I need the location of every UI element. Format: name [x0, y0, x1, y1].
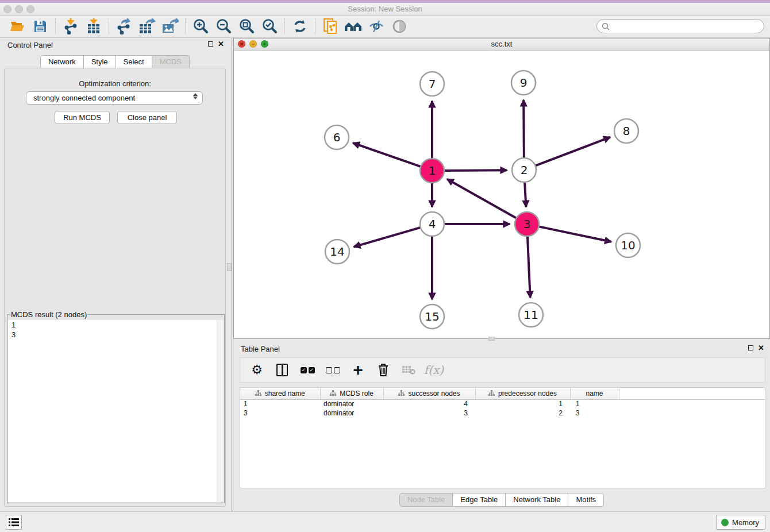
task-history-button[interactable] — [6, 515, 22, 530]
table-cell[interactable]: dominator — [320, 408, 383, 418]
delete-table-icon — [402, 365, 415, 375]
select-all-button[interactable] — [299, 361, 316, 379]
graph-edge-3-1[interactable] — [447, 179, 517, 219]
toolbar-separator — [55, 18, 56, 34]
network-canvas[interactable]: 7968124314101511 — [234, 51, 769, 338]
table-row[interactable]: 3dominator323 — [240, 408, 765, 418]
table-settings-button[interactable]: ⚙ — [248, 361, 265, 379]
first-neighbors-button[interactable] — [342, 17, 365, 36]
zoom-out-button[interactable] — [212, 17, 235, 36]
vertical-splitter-grip[interactable] — [227, 263, 232, 271]
table-cell[interactable]: 1 — [475, 399, 570, 408]
delete-column-button[interactable] — [375, 361, 392, 379]
table-cell[interactable]: 3 — [240, 408, 320, 418]
network-graph: 7968124314101511 — [234, 51, 769, 338]
add-column-button[interactable]: + — [349, 361, 367, 379]
zoom-in-button[interactable] — [189, 17, 212, 36]
float-table-panel-icon[interactable] — [748, 345, 753, 350]
zoom-selected-button[interactable] — [258, 17, 281, 36]
save-session-button[interactable] — [29, 17, 52, 36]
close-panel-icon[interactable]: ✕ — [218, 41, 224, 47]
zoom-fit-button[interactable] — [235, 17, 258, 36]
show-all-button[interactable] — [388, 17, 411, 36]
result-scrollbar[interactable] — [217, 320, 224, 502]
tab-edge-table[interactable]: Edge Table — [453, 493, 506, 507]
table-cell[interactable]: dominator — [320, 399, 383, 408]
float-panel-icon[interactable] — [208, 41, 213, 47]
search-icon — [602, 22, 610, 30]
table-cell[interactable]: 1 — [240, 399, 320, 408]
table-cell[interactable]: 3 — [570, 408, 619, 418]
tab-motifs[interactable]: Motifs — [568, 493, 604, 507]
table-row[interactable]: 1dominator411 — [240, 399, 765, 408]
graph-node-label: 7 — [429, 77, 436, 91]
app-titlebar: Session: New Session — [0, 3, 770, 16]
close-table-panel-icon[interactable]: ✕ — [758, 345, 764, 351]
tab-mcds[interactable]: MCDS — [152, 55, 190, 69]
tab-node-table[interactable]: Node Table — [399, 493, 453, 507]
export-network-button[interactable] — [113, 17, 136, 36]
column-browser-button[interactable] — [274, 361, 291, 379]
memory-button[interactable]: Memory — [716, 515, 765, 530]
network-minimize-button[interactable]: − — [249, 40, 257, 48]
deselect-all-button[interactable] — [324, 361, 341, 379]
homes-icon — [344, 20, 363, 33]
tab-style[interactable]: Style — [84, 55, 116, 69]
mcds-result-list[interactable]: 13 — [8, 320, 224, 502]
search-field[interactable] — [596, 19, 764, 33]
search-input[interactable] — [610, 21, 764, 32]
list-icon — [9, 518, 19, 527]
control-panel: Control Panel ✕ Network Style Select MCD… — [0, 38, 230, 511]
column-header-name[interactable]: name — [570, 388, 619, 399]
close-window-button[interactable] — [3, 5, 11, 13]
graph-edge-4-14[interactable] — [354, 227, 422, 246]
tab-network-table[interactable]: Network Table — [506, 493, 568, 507]
column-header-predecessor-nodes[interactable]: predecessor nodes — [475, 388, 570, 399]
column-header-successor-nodes[interactable]: successor nodes — [383, 388, 475, 399]
column-header-shared-name[interactable]: shared name — [240, 388, 320, 399]
clone-network-button[interactable] — [319, 17, 342, 36]
import-table-button[interactable] — [82, 17, 105, 36]
graph-edge-1-2[interactable] — [443, 170, 507, 171]
graph-edge-1-6[interactable] — [353, 143, 422, 167]
export-image-button[interactable] — [159, 17, 182, 36]
criterion-select[interactable]: strongly connected component — [26, 91, 203, 105]
maximize-window-button[interactable] — [26, 5, 34, 13]
export-table-button[interactable] — [136, 17, 159, 36]
network-view-window: ✕ − + scc.txt 7968124314101511 — [233, 38, 770, 339]
import-network-button[interactable] — [59, 17, 82, 36]
network-close-button[interactable]: ✕ — [238, 40, 245, 48]
graph-edge-2-3[interactable] — [525, 181, 526, 207]
table-cell[interactable]: 1 — [570, 399, 619, 408]
graph-edge-3-10[interactable] — [538, 226, 611, 242]
graph-edge-2-8[interactable] — [534, 137, 610, 167]
column-header-mcds-role[interactable]: MCDS role — [320, 388, 383, 399]
column-tree-icon — [330, 390, 336, 396]
memory-status-icon — [721, 519, 729, 526]
close-panel-button[interactable]: Close panel — [117, 111, 177, 124]
toolbar-separator — [109, 18, 109, 34]
table-cell[interactable]: 3 — [383, 408, 475, 418]
tab-network[interactable]: Network — [40, 55, 84, 69]
table-panel-title: Table Panel — [241, 345, 280, 353]
checked-boxes-icon — [301, 367, 315, 373]
table-cell[interactable]: 2 — [475, 408, 570, 418]
graph-node-label: 6 — [333, 130, 341, 144]
toolbar-separator — [185, 18, 186, 34]
run-mcds-button[interactable]: Run MCDS — [55, 111, 110, 124]
open-file-button[interactable] — [6, 17, 29, 36]
graph-edge-3-11[interactable] — [528, 235, 530, 298]
mcds-result-title: MCDS result (2 nodes) — [10, 310, 88, 319]
graph-edge-2-9[interactable] — [523, 100, 524, 159]
graph-node-label: 9 — [520, 76, 528, 90]
minimize-window-button[interactable] — [15, 5, 23, 13]
vertical-splitter[interactable] — [232, 38, 232, 511]
delete-table-button — [400, 361, 417, 379]
horizontal-splitter-grip[interactable] — [488, 337, 495, 341]
tab-select[interactable]: Select — [116, 55, 152, 69]
hide-selected-button[interactable] — [365, 17, 388, 36]
network-maximize-button[interactable]: + — [261, 40, 268, 48]
refresh-layout-button[interactable] — [288, 17, 311, 36]
table-cell[interactable]: 4 — [383, 399, 475, 408]
network-window-titlebar[interactable]: ✕ − + scc.txt — [234, 38, 769, 51]
